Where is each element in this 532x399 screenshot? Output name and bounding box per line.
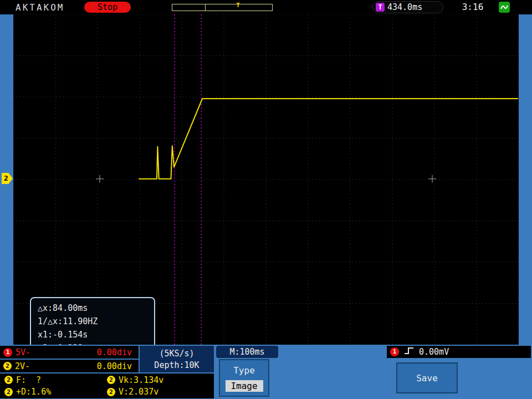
sample-rate: (5KS/s) (159, 349, 194, 359)
trigger-t-icon: T (376, 3, 385, 12)
ch1-readout: 1 5V- 0.00div (0, 346, 139, 359)
memory-depth: Depth:10K (154, 360, 199, 370)
ch2-scale: 2V- (15, 361, 30, 371)
cursor-x1: x1:-0.154s (38, 328, 147, 341)
waveform-display: △x:84.00ms 1/△x:11.90HZ x1:-0.154s x2:-0… (13, 14, 519, 345)
meas-ch-badge: 2 (4, 388, 13, 396)
measurement-item: 2 V:2.037v (103, 386, 214, 398)
run-stop-button[interactable]: Stop (84, 2, 131, 13)
ch1-position: 0.00div (97, 347, 132, 357)
ch1-scale: 5V- (16, 347, 30, 357)
cursor-frequency: 1/△x:11.90HZ (38, 315, 147, 328)
timebase-readout: M:100ms (216, 346, 278, 358)
cursor-delta-x: △x:84.00ms (38, 301, 147, 315)
ch2-position-marker[interactable]: 2 (2, 173, 13, 184)
meas-ch-badge: 2 (4, 376, 13, 384)
type-button[interactable]: Type Image (219, 359, 269, 397)
bottom-status-bar: 1 5V- 0.00div 2 2V- 0.00div (5KS/s) Dept… (0, 345, 532, 399)
measurement-item: 2 Vk:3.134v (103, 374, 214, 386)
acquisition-readout: (5KS/s) Depth:10K (140, 346, 214, 372)
top-status-bar: AKTAKOM Stop T T 434.0ms 3:16 (0, 0, 532, 14)
save-button[interactable]: Save (396, 362, 458, 393)
ch2-position: 0.00div (97, 361, 132, 371)
clock: 3:16 (454, 2, 491, 12)
ch2-badge: 2 (3, 362, 12, 370)
measurement-item: 2 +D:1.6% (0, 386, 103, 398)
meas-voltage: V:2.037v (119, 387, 158, 397)
meas-frequency: F: ? (16, 375, 41, 385)
memory-window-tick (205, 4, 206, 11)
type-button-value[interactable]: Image (226, 380, 263, 392)
timebase-value: M:100ms (229, 347, 264, 357)
meas-ch-badge: 2 (107, 388, 115, 396)
trigger-position-marker: T (236, 2, 240, 8)
trigger-time-readout: T 434.0ms (372, 1, 443, 13)
ch2-readout: 2 2V- 0.00div (0, 360, 139, 372)
brand-label: AKTAKOM (16, 2, 64, 13)
trigger-level: 0.00mV (419, 347, 449, 357)
trigger-source-badge: 1 (390, 347, 399, 356)
meas-duty: +D:1.6% (16, 387, 51, 397)
type-button-label: Type (233, 365, 255, 376)
waveform-plot (13, 14, 519, 345)
usb-icon (499, 2, 510, 13)
memory-position-bar[interactable]: T (172, 4, 273, 11)
measurement-item: 2 F: ? (0, 374, 103, 386)
rising-edge-icon (403, 346, 415, 357)
meas-ch-badge: 2 (107, 376, 115, 384)
meas-vk: Vk:3.134v (119, 375, 163, 385)
oscilloscope-ui: AKTAKOM Stop T T 434.0ms 3:16 △x:84.00ms… (0, 0, 532, 399)
measurement-panel: 2 F: ? 2 Vk:3.134v 2 +D:1.6% 2 V:2.037v (0, 374, 214, 398)
trigger-readout: 1 0.00mV (387, 346, 531, 358)
trigger-time-value: 434.0ms (387, 2, 422, 12)
ch1-badge: 1 (3, 348, 12, 357)
save-button-label: Save (416, 373, 438, 383)
